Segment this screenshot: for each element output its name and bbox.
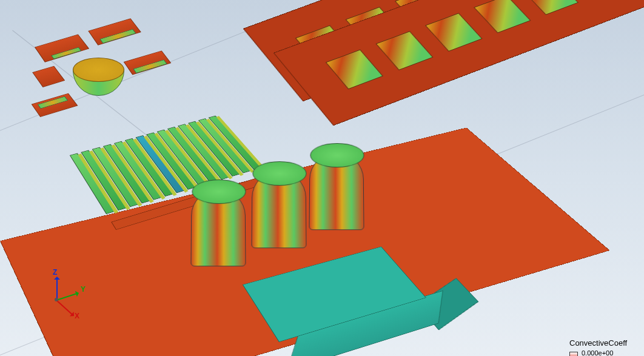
capacitor [190,189,246,266]
connector-part [32,66,65,87]
origin-icon [55,298,58,301]
axis-triad[interactable]: Z Y X [45,274,94,323]
capacitor [309,153,364,230]
grid-line [625,0,644,300]
y-axis-label: Y [81,285,86,294]
capacitor [251,171,306,248]
connector-part [32,93,78,117]
legend-tick: 0.000e+00 [582,349,613,356]
x-axis-label: X [75,312,79,320]
y-axis-icon [56,292,79,301]
legend-title: ConvectiveCoeff [569,338,639,348]
round-connector [73,58,124,100]
legend-colorbar [569,352,578,356]
z-axis-label: Z [53,268,57,277]
simulation-viewport[interactable]: ConvectiveCoeff 0.000e+00 -8.710e+01 -1.… [0,0,644,356]
z-axis-icon [56,277,58,300]
x-axis-icon [56,300,74,316]
connector-part [88,18,141,45]
color-legend: ConvectiveCoeff 0.000e+00 -8.710e+01 -1.… [569,338,639,350]
